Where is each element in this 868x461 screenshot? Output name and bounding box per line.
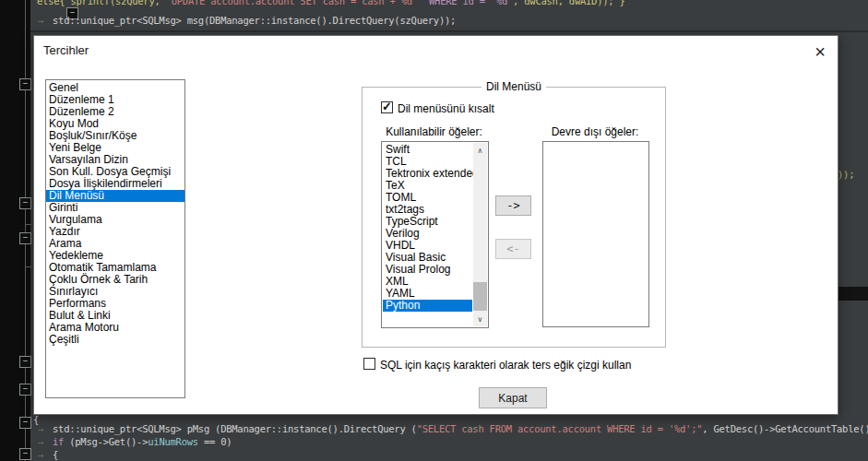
move-left-button[interactable]: <- (495, 239, 531, 259)
fold-collapse-icon[interactable]: − (19, 232, 31, 244)
fold-collapse-icon[interactable]: − (19, 197, 31, 209)
available-item[interactable]: Python (383, 300, 472, 312)
tab-arrow-icon: → (38, 15, 43, 26)
category-item[interactable]: Çeşitli (46, 334, 184, 346)
code-segment: , dwCash, dwAID)); } (513, 0, 624, 6)
groupbox-title: Dil Menüsü (482, 80, 546, 93)
code-segment: "UPDATE account.account SET cash = cash … (166, 0, 423, 6)
disabled-items-listbox[interactable] (542, 141, 649, 327)
sql-backslash-checkbox-label: SQL için kaçış karakteri olarak ters eği… (380, 359, 631, 372)
scrollbar[interactable]: ∧ ∨ (473, 143, 487, 326)
tab-arrow-icon: → (38, 449, 43, 460)
check-icon: ✓ (382, 100, 392, 113)
fold-end-tick (26, 224, 31, 225)
scroll-up-icon[interactable]: ∧ (473, 143, 487, 158)
screen: { "colors":{"accent":"#0078d7","editor_b… (0, 0, 868, 461)
scroll-down-icon[interactable]: ∨ (473, 312, 487, 326)
sql-backslash-checkbox[interactable] (363, 358, 375, 370)
category-listbox[interactable]: GenelDüzenleme 1Düzenleme 2Koyu ModBoşlu… (45, 79, 185, 398)
close-icon[interactable]: × (807, 40, 833, 64)
shorten-menu-checkbox-label: Dil menüsünü kısalt (398, 102, 494, 115)
shorten-menu-checkbox[interactable]: ✓ (381, 101, 393, 113)
fold-collapse-icon[interactable]: − (19, 356, 31, 368)
code-segment: WHERE id = '%d' (423, 0, 513, 6)
available-items-listbox[interactable]: SwiftTCLTektronix extendedTeXTOMLtxt2tag… (381, 141, 489, 328)
fold-collapse-icon[interactable]: − (19, 448, 31, 460)
fold-collapse-icon[interactable]: − (19, 417, 31, 429)
tab-arrow-icon: → (38, 436, 43, 447)
tab-arrow-icon: → (38, 423, 43, 434)
code-line-bottom-1: std::unique_ptr<SQLMsg> pMsg (DBManager:… (53, 423, 868, 434)
editor-dark-band (837, 287, 868, 301)
code-brace: { (53, 449, 58, 460)
dialog-top-shadow (30, 30, 868, 32)
close-dialog-button[interactable]: Kapat (479, 387, 547, 408)
move-right-button[interactable]: -> (495, 195, 531, 216)
editor-fold-gutter: − − − − − − − (0, 0, 30, 461)
code-line-top: std::unique_ptr<SQLMsg> msg(DBManager::i… (53, 15, 456, 26)
code-line-bottom-2: if (pMsg->Get()->uiNumRows == 0) (53, 436, 232, 447)
code-line-clipped: else{ sprintf(szQuery, "UPDATE account.a… (33, 0, 697, 8)
fold-end-tick (26, 266, 31, 267)
code-fragment-right: )); (838, 169, 854, 180)
fold-collapse-icon[interactable]: − (19, 384, 31, 396)
dialog-title: Tercihler (43, 43, 89, 57)
scrollbar-thumb[interactable] (473, 282, 487, 311)
available-items-label: Kullanılabilir öğeler: (381, 125, 487, 138)
code-segment: else{ sprintf(szQuery, (37, 0, 166, 6)
disabled-items-label: Devre dışı öğeler: (538, 125, 652, 138)
fold-collapse-icon[interactable]: − (19, 78, 31, 90)
preferences-dialog: Tercihler × GenelDüzenleme 1Düzenleme 2K… (33, 35, 838, 415)
